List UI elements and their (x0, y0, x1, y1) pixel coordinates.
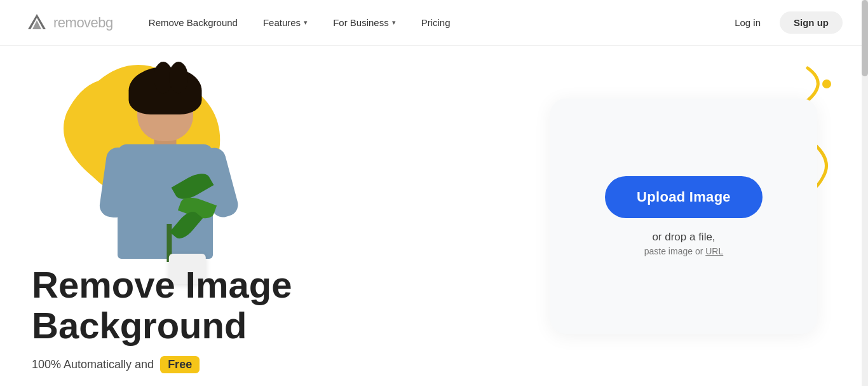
nav-for-business[interactable]: For Business ▾ (323, 12, 406, 33)
logo[interactable]: removebg (25, 11, 113, 34)
hero-title-line1: Remove Image (32, 264, 292, 305)
paste-text: paste image or (644, 246, 703, 256)
hero-subtitle: 100% Automatically and Free (32, 356, 292, 373)
url-link[interactable]: URL (705, 246, 723, 256)
hero-title: Remove Image Background (32, 265, 292, 346)
free-badge: Free (160, 356, 200, 373)
hero-right: Upload Image or drop a file, paste image… (525, 46, 843, 386)
scrollbar-thumb[interactable] (862, 0, 868, 76)
nav-pricing-label: Pricing (421, 17, 451, 28)
signup-button[interactable]: Sign up (780, 11, 843, 34)
logo-icon (25, 11, 48, 34)
nav-links: Remove Background Features ▾ For Busines… (139, 12, 723, 33)
scrollbar[interactable] (862, 0, 868, 386)
drop-main-text: or drop a file, (644, 231, 724, 244)
svg-point-3 (822, 79, 831, 88)
drop-sub-text: paste image or URL (644, 246, 724, 256)
nav-remove-background-label: Remove Background (149, 17, 238, 28)
nav-features[interactable]: Features ▾ (253, 12, 318, 33)
logo-text: removebg (53, 15, 113, 31)
nav-pricing[interactable]: Pricing (411, 12, 461, 33)
drop-text-area: or drop a file, paste image or URL (644, 231, 724, 256)
hero-text: Remove Image Background 100% Automatical… (32, 265, 292, 373)
nav-remove-background[interactable]: Remove Background (139, 12, 248, 33)
upload-image-button[interactable]: Upload Image (605, 176, 763, 218)
login-button[interactable]: Log in (723, 12, 772, 33)
nav-features-label: Features (263, 17, 301, 28)
hero-title-line2: Background (32, 305, 247, 346)
navbar: removebg Remove Background Features ▾ Fo… (0, 0, 868, 46)
hero-person (95, 55, 235, 297)
main-content: Remove Image Background 100% Automatical… (0, 46, 868, 386)
nav-actions: Log in Sign up (723, 11, 843, 34)
chevron-down-icon: ▾ (304, 18, 308, 27)
nav-for-business-label: For Business (333, 17, 389, 28)
hero-left: Remove Image Background 100% Automatical… (25, 46, 525, 386)
upload-card: Upload Image or drop a file, paste image… (550, 99, 817, 334)
chevron-down-icon: ▾ (392, 18, 396, 27)
hero-subtitle-prefix: 100% Automatically and (32, 358, 154, 371)
